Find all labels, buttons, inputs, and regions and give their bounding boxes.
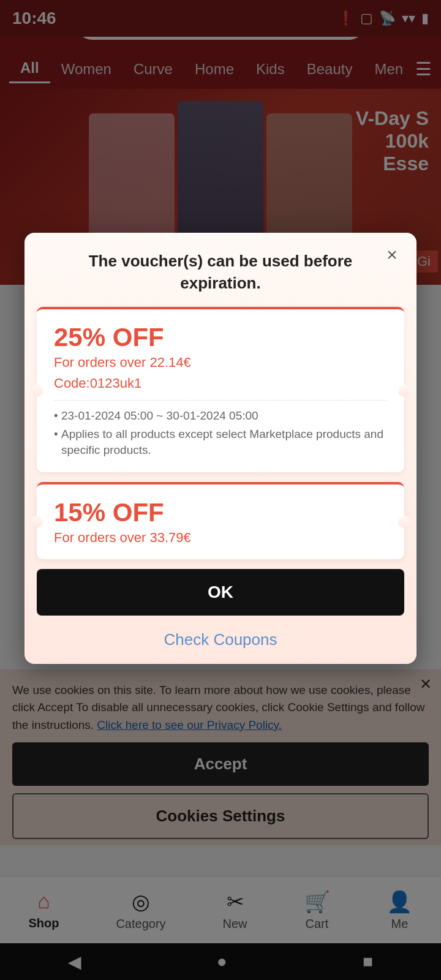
coupon-1-validity: 23-01-2024 05:00 ~ 30-01-2024 05:00 (54, 409, 387, 423)
coupon-1-code: Code:0123uk1 (54, 375, 387, 391)
coupon-card-2: 15% OFF For orders over 33.79€ (37, 482, 404, 559)
ok-button[interactable]: OK (37, 569, 404, 616)
coupon-card-1: 25% OFF For orders over 22.14€ Code:0123… (37, 307, 404, 472)
coupon-2-discount: 15% OFF (54, 498, 387, 527)
coupon-2-min-order: For orders over 33.79€ (54, 530, 387, 546)
coupon-divider (54, 400, 387, 401)
modal-header: × The voucher(s) can be used before expi… (24, 233, 417, 307)
coupon-1-terms: Applies to all products except select Ma… (54, 426, 387, 459)
modal-title: The voucher(s) can be used before expira… (55, 250, 386, 295)
coupon-1-discount: 25% OFF (54, 323, 387, 352)
voucher-modal: × The voucher(s) can be used before expi… (24, 233, 417, 664)
close-button[interactable]: × (380, 243, 404, 267)
coupon-1-min-order: For orders over 22.14€ (54, 355, 387, 371)
check-coupons-link[interactable]: Check Coupons (24, 624, 417, 664)
